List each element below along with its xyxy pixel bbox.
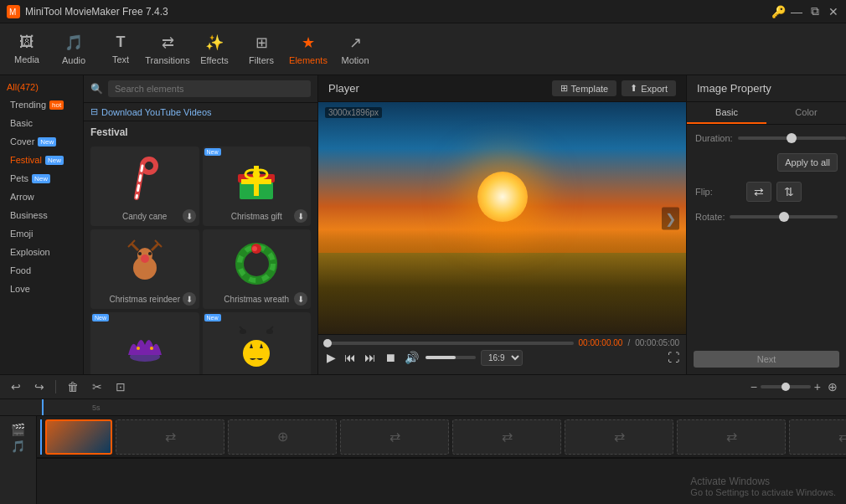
maximize-btn[interactable]: ⧉ — [809, 6, 821, 18]
media-icon: 🖼 — [19, 33, 34, 51]
pin-btn[interactable]: 🔑 — [772, 6, 784, 18]
duration-label: Duration: — [695, 133, 733, 143]
svg-line-14 — [132, 244, 138, 250]
category-arrow[interactable]: Arrow — [0, 188, 83, 206]
zoom-out-btn[interactable]: − — [751, 380, 757, 393]
volume-button[interactable]: 🔊 — [403, 349, 420, 366]
category-festival[interactable]: Festival New — [0, 151, 83, 169]
timeline-placeholder-1[interactable]: ⇄ — [116, 419, 224, 455]
category-pets[interactable]: Pets New — [0, 169, 83, 188]
basic-label: Basic — [10, 118, 33, 128]
audio-track-icon[interactable]: 🎵 — [11, 440, 25, 453]
category-cover[interactable]: Cover New — [0, 132, 83, 151]
timeline-track-controls: 🎬 🎵 — [0, 416, 37, 504]
delete-btn[interactable]: 🗑 — [64, 378, 81, 396]
toolbar-transitions[interactable]: ⇄ Transitions — [144, 26, 191, 73]
video-track-row: ⇄ ⊕ ⇄ ⇄ ⇄ ⇄ ⇄ ⇄ — [37, 416, 846, 458]
pets-badge: New — [32, 174, 50, 183]
video-track-icon[interactable]: 🎬 — [11, 423, 25, 436]
category-basic[interactable]: Basic — [0, 114, 83, 132]
christmas-reindeer-download[interactable]: ⬇ — [183, 292, 196, 306]
close-btn[interactable]: ✕ — [828, 6, 839, 18]
elements-panel: 🔍 ⊟ Download YouTube Videos Festival Can… — [84, 75, 318, 374]
flip-row: Flip: ⇄ ⇅ — [695, 182, 838, 202]
category-emoji[interactable]: Emoji — [0, 224, 83, 243]
elements-icon: ★ — [302, 33, 315, 52]
timeline-placeholder-3[interactable]: ⇄ — [340, 419, 449, 455]
cut-btn[interactable]: ✂ — [90, 378, 105, 396]
play-button[interactable]: ▶ — [325, 349, 338, 366]
zoom-controls: − + ⊕ — [751, 380, 838, 393]
player-title: Player — [328, 82, 359, 95]
next-frame-button[interactable]: ⏭ — [363, 349, 378, 366]
minimize-btn[interactable]: — — [791, 6, 802, 18]
category-love[interactable]: Love — [0, 280, 83, 298]
svg-line-16 — [132, 240, 135, 244]
candy-cane-download[interactable]: ⬇ — [183, 209, 196, 223]
element-card-halloween-14[interactable]: New Halloween element 14 ⬇ — [90, 312, 199, 374]
next-button[interactable]: Next — [694, 351, 839, 368]
flip-horizontal-btn[interactable]: ⇄ — [746, 182, 771, 202]
element-card-halloween-15[interactable]: New Halloween element 15 ⬇ — [203, 312, 312, 374]
time-total: 00:00:05:00 — [635, 338, 679, 347]
activate-windows-title: Activate Windows — [690, 476, 836, 487]
timeline-placeholder-4[interactable]: ⇄ — [452, 419, 561, 455]
all-categories-header[interactable]: All(472) — [0, 79, 83, 95]
main-toolbar: 🖼 Media 🎵 Audio T Text ⇄ Transitions ✨ E… — [0, 23, 846, 75]
svg-point-33 — [240, 329, 246, 334]
category-business[interactable]: Business — [0, 206, 83, 224]
christmas-gift-download[interactable]: ⬇ — [294, 209, 307, 223]
cover-badge: New — [38, 137, 56, 147]
christmas-wreath-download[interactable]: ⬇ — [294, 292, 307, 306]
tab-color[interactable]: Color — [766, 102, 846, 124]
aspect-ratio-select[interactable]: 16:9 9:16 1:1 4:3 — [481, 350, 523, 366]
undo-btn[interactable]: ↩ — [8, 378, 23, 396]
toolbar-text[interactable]: T Text — [97, 26, 144, 73]
stop-button[interactable]: ⏹ — [383, 349, 398, 366]
svg-point-20 — [138, 252, 142, 255]
timeline-placeholder-2[interactable]: ⊕ — [228, 419, 337, 455]
element-card-candy-cane[interactable]: Candy cane ⬇ — [90, 147, 199, 226]
zoom-slider[interactable] — [761, 385, 811, 388]
tab-basic[interactable]: Basic — [687, 102, 766, 124]
toolbar-elements[interactable]: ★ Elements — [285, 26, 332, 73]
timeline-placeholder-6[interactable]: ⇄ — [677, 419, 786, 455]
apply-all-button[interactable]: Apply to all — [777, 153, 838, 172]
toolbar-separator-1 — [55, 380, 56, 393]
toolbar-filters[interactable]: ⊞ Filters — [238, 26, 285, 73]
elements-label: Elements — [289, 55, 328, 65]
flip-vertical-btn[interactable]: ⇅ — [776, 182, 802, 202]
download-icon: ⊟ — [90, 106, 98, 117]
rotate-slider[interactable] — [730, 215, 838, 219]
toolbar-audio[interactable]: 🎵 Audio — [50, 26, 97, 73]
elements-search-input[interactable] — [108, 80, 311, 97]
expand-panel-btn[interactable]: ❯ — [662, 207, 679, 229]
explosion-label: Explosion — [10, 247, 50, 257]
volume-bar[interactable] — [426, 356, 476, 359]
video-clip-main[interactable] — [45, 419, 112, 455]
element-card-christmas-gift[interactable]: New Christmas gift ⬇ — [203, 147, 312, 226]
ruler-mark-5s: 5s — [92, 404, 101, 412]
element-card-christmas-reindeer[interactable]: Christmas reindeer ⬇ — [90, 229, 199, 309]
fullscreen-button[interactable]: ⛶ — [668, 351, 679, 364]
category-explosion[interactable]: Explosion — [0, 243, 83, 261]
crop-btn[interactable]: ⊡ — [113, 378, 128, 396]
progress-bar[interactable] — [325, 342, 574, 345]
prev-frame-button[interactable]: ⏮ — [343, 349, 358, 366]
toolbar-media[interactable]: 🖼 Media — [3, 26, 50, 73]
template-button[interactable]: ⊞ Template — [552, 80, 617, 96]
toolbar-motion[interactable]: ↗ Motion — [332, 26, 379, 73]
zoom-in-btn[interactable]: + — [814, 380, 821, 393]
category-trending[interactable]: Trending hot — [0, 95, 83, 114]
toolbar-effects[interactable]: ✨ Effects — [191, 26, 238, 73]
duration-slider[interactable] — [738, 136, 846, 140]
export-button[interactable]: ⬆ Export — [622, 80, 676, 96]
timeline-placeholder-7[interactable]: ⇄ — [789, 419, 846, 455]
timeline-placeholder-5[interactable]: ⇄ — [565, 419, 673, 455]
element-card-christmas-wreath[interactable]: Christmas wreath ⬇ — [203, 229, 312, 309]
svg-line-18 — [155, 240, 158, 244]
category-food[interactable]: Food — [0, 261, 83, 280]
download-youtube-btn[interactable]: ⊟ Download YouTube Videos — [84, 103, 317, 121]
redo-btn[interactable]: ↪ — [32, 378, 47, 396]
add-to-timeline-btn[interactable]: ⊕ — [828, 380, 838, 393]
